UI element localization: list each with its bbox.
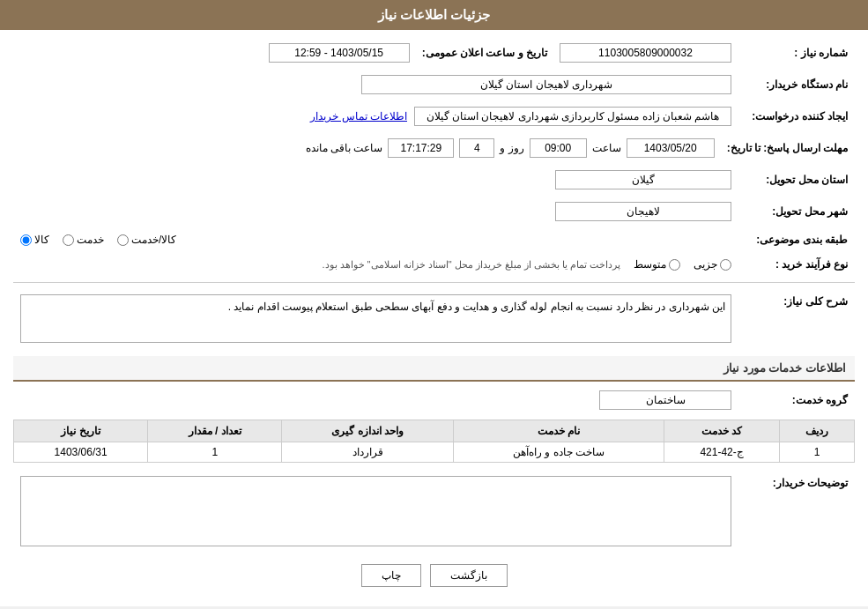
process-motavasset-label: متوسط xyxy=(634,258,666,271)
category-label: طبقه بندی موضوعی: xyxy=(738,231,853,249)
button-bar: بازگشت چاپ xyxy=(13,553,855,598)
deadline-remaining-label: ساعت باقی مانده xyxy=(306,142,383,154)
description-label: شرح کلی نیاز: xyxy=(738,292,853,345)
divider-1 xyxy=(13,282,855,283)
services-table: ردیف کد خدمت نام خدمت واحد اندازه گیری ت… xyxy=(13,420,855,463)
deadline-remaining-input[interactable] xyxy=(388,138,454,158)
back-button[interactable]: بازگشت xyxy=(430,564,508,587)
service-group-input[interactable] xyxy=(599,390,731,410)
need-number-input[interactable] xyxy=(560,43,731,63)
category-khedmat[interactable]: خدمت xyxy=(63,234,104,246)
process-motavasset[interactable]: متوسط xyxy=(634,258,680,271)
buyer-org-label: نام دستگاه خریدار: xyxy=(738,72,853,97)
deadline-time-input[interactable] xyxy=(530,138,587,158)
col-unit: واحد اندازه گیری xyxy=(282,420,454,442)
description-box: این شهرداری در نظر دارد نسبت به انجام لو… xyxy=(20,294,731,343)
col-service-code: کد خدمت xyxy=(664,420,780,442)
creator-label: ایجاد کننده درخواست: xyxy=(738,104,853,129)
process-motavasset-radio[interactable] xyxy=(669,259,680,271)
province-label: استان محل تحویل: xyxy=(738,167,853,192)
contact-link[interactable]: اطلاعات تماس خریدار xyxy=(310,110,407,123)
deadline-date-input[interactable] xyxy=(627,138,715,158)
process-note: پرداخت تمام یا بخشی از مبلغ خریداز محل "… xyxy=(322,259,620,271)
table-row: 1ج-42-421ساخت جاده و راه‌آهنقرارداد11403… xyxy=(14,442,855,463)
service-group-label: گروه خدمت: xyxy=(738,388,853,412)
col-date: تاریخ نیاز xyxy=(14,420,148,442)
col-service-name: نام خدمت xyxy=(454,420,664,442)
category-kala-khedmat[interactable]: کالا/خدمت xyxy=(117,234,176,246)
category-kala-khedmat-label: کالا/خدمت xyxy=(131,234,176,246)
deadline-days-input[interactable] xyxy=(459,138,494,158)
category-kala-label: کالا xyxy=(34,234,49,246)
deadline-time-label: ساعت xyxy=(592,142,621,154)
category-kala-radio[interactable] xyxy=(20,234,32,246)
category-kala-khedmat-radio[interactable] xyxy=(117,234,129,246)
buyer-org-input[interactable] xyxy=(361,75,731,94)
city-label: شهر محل تحویل: xyxy=(738,199,853,224)
city-input[interactable] xyxy=(555,202,731,221)
col-row-num: ردیف xyxy=(780,420,855,442)
deadline-days-label: روز و xyxy=(500,142,523,154)
category-kala[interactable]: کالا xyxy=(20,234,49,246)
process-jazei[interactable]: جزیی xyxy=(694,258,731,271)
buyer-notes-label: توضیحات خریدار: xyxy=(738,473,853,552)
need-number-label: شماره نیاز : xyxy=(738,41,853,65)
page-header: جزئیات اطلاعات نیاز xyxy=(0,0,868,30)
province-input[interactable] xyxy=(555,170,731,189)
deadline-label: مهلت ارسال پاسخ: تا تاریخ: xyxy=(722,136,853,160)
category-khedmat-label: خدمت xyxy=(77,234,104,246)
print-button[interactable]: چاپ xyxy=(361,564,421,587)
col-quantity: تعداد / مقدار xyxy=(148,420,282,442)
announce-label: تاریخ و ساعت اعلان عمومی: xyxy=(417,41,553,65)
buyer-notes-textarea[interactable] xyxy=(20,476,731,546)
process-label: نوع فرآیند خرید : xyxy=(738,256,853,273)
process-jazei-label: جزیی xyxy=(694,258,717,271)
process-jazei-radio[interactable] xyxy=(720,259,731,271)
services-section-header: اطلاعات خدمات مورد نیاز xyxy=(13,356,855,382)
category-khedmat-radio[interactable] xyxy=(63,234,74,246)
announce-input[interactable] xyxy=(269,43,410,63)
creator-input[interactable] xyxy=(414,107,731,126)
